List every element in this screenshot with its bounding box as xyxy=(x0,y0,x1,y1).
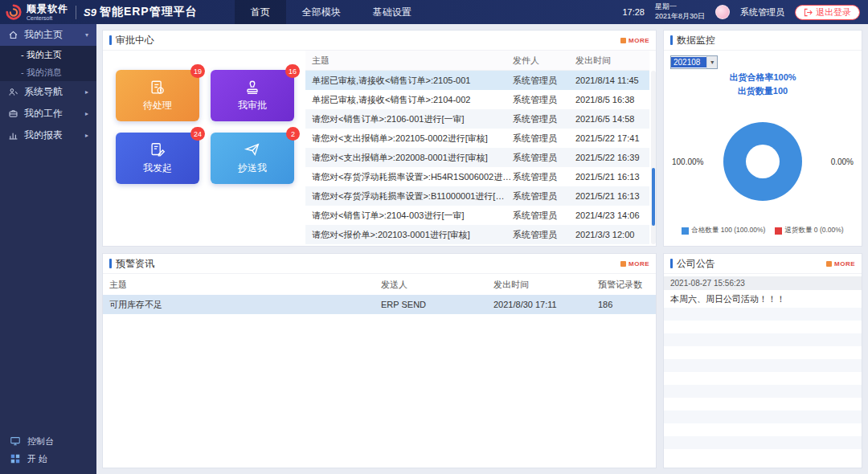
approvals-count-badge: 16 xyxy=(285,64,300,78)
clipboard-clock-icon xyxy=(149,79,166,96)
shipment-stats: 出货合格率100% 出货数量100 xyxy=(670,71,855,97)
sidebar-footer: 控制台 开 始 xyxy=(0,432,96,468)
tile-label: 我审批 xyxy=(238,99,267,112)
alerts-more-link[interactable]: MORE xyxy=(620,260,649,268)
sidebar-item-my-home[interactable]: 我的主页 xyxy=(0,46,96,63)
nav-all-modules[interactable]: 全部模块 xyxy=(286,0,357,24)
approval-body: 19 待处理 16 我审批 24 xyxy=(103,51,656,246)
donut-hole xyxy=(746,145,780,178)
home-icon xyxy=(8,30,18,40)
main-content: 审批中心 MORE 19 待处理 16 xyxy=(96,24,868,474)
alerts-table: 主题 发送人 发出时间 预警记录数 可用库存不足 ERP SEND 2021/8… xyxy=(103,274,656,468)
date-block: 星期一 2021年8月30日 xyxy=(655,2,705,21)
data-monitor-title: 数据监控 xyxy=(677,34,715,47)
approval-row[interactable]: 请您对<支出报销单>:202105-0002进行[审核] 系统管理员 2021/… xyxy=(305,129,649,148)
sidebar-subitem-label: 我的消息 xyxy=(27,67,62,79)
monitor-panel-header: 数据监控 xyxy=(664,31,862,51)
sidebar-item-my-messages[interactable]: 我的消息 xyxy=(0,63,96,81)
sidebar-item-my-work[interactable]: 我的工作 ▸ xyxy=(0,103,96,125)
period-select[interactable]: 202108 ▾ xyxy=(670,55,718,69)
title-accent-bar xyxy=(670,35,673,45)
legend-item-pass: 合格数量 100 (100.00%) xyxy=(682,226,765,235)
approval-center-title: 审批中心 xyxy=(116,34,154,47)
announcements-panel: 公司公告 MORE 2021-08-27 15:56:23 本周六、周日公司活动… xyxy=(663,253,862,468)
row-sender: 系统管理员 xyxy=(513,75,575,87)
tile-pending[interactable]: 19 待处理 xyxy=(116,70,199,121)
sidebar-item-my-reports[interactable]: 我的报表 ▸ xyxy=(0,125,96,146)
legend-swatch xyxy=(775,227,782,235)
bar-chart-icon xyxy=(8,130,18,141)
legend-item-return: 退货数量 0 (0.00%) xyxy=(775,226,843,235)
divider xyxy=(76,6,76,19)
tile-my-initiated[interactable]: 24 我发起 xyxy=(116,133,199,184)
announcements-more-link[interactable]: MORE xyxy=(826,260,855,268)
top-nav: 首页 全部模块 基础设置 xyxy=(235,0,428,24)
announcement-text[interactable]: 本周六、周日公司活动！！！ xyxy=(664,290,862,308)
weekday: 星期一 xyxy=(655,2,705,12)
sidebar-subitem-label: 我的主页 xyxy=(27,49,62,61)
row-subject: 可用库存不足 xyxy=(103,299,381,311)
row-sender: 系统管理员 xyxy=(513,210,575,222)
pass-rate-text: 出货合格率100% xyxy=(670,71,855,84)
logout-button[interactable]: 退出登录 xyxy=(795,5,860,20)
console-icon xyxy=(10,435,21,447)
approval-rows: 单据已审核,请接收<销售订单>:2105-001 系统管理员 2021/8/14… xyxy=(305,71,649,244)
sidebar-item-label: 我的工作 xyxy=(24,107,63,121)
table-scrollbar[interactable] xyxy=(651,71,656,244)
scrollbar-thumb[interactable] xyxy=(652,168,655,226)
announcement-timestamp[interactable]: 2021-08-27 15:56:23 xyxy=(664,276,862,290)
header-right: 17:28 星期一 2021年8月30日 系统管理员 退出登录 xyxy=(622,2,868,21)
logo-mark: S9 xyxy=(84,6,96,18)
data-monitor-panel: 数据监控 202108 ▾ 出货合格率100% 出货数量100 100.00% … xyxy=(663,30,862,247)
col-time: 发出时间 xyxy=(575,55,649,67)
more-icon xyxy=(620,38,626,43)
app-logo: 顺景软件 Centersoft S9 xyxy=(0,3,96,21)
console-button[interactable]: 控制台 xyxy=(0,432,96,450)
sidebar-item-system-nav[interactable]: 系统导航 ▸ xyxy=(0,81,96,103)
announcements-panel-header: 公司公告 MORE xyxy=(664,254,862,274)
row-sender: 系统管理员 xyxy=(513,152,575,164)
approval-row[interactable]: 请您对<存货浮动耗损率设置>:B11000001进行[审核] 系统管理员 202… xyxy=(305,186,649,206)
nav-basic-settings[interactable]: 基础设置 xyxy=(357,0,428,24)
approval-row[interactable]: 请您对<存货浮动耗损率设置>:H54R1S006002进行[审核] 系统管理员 … xyxy=(305,167,649,186)
legend-label: 退货数量 0 (0.00%) xyxy=(784,226,843,235)
row-sender: ERP SEND xyxy=(381,300,493,309)
user-avatar[interactable] xyxy=(715,5,730,19)
tile-my-approvals[interactable]: 16 我审批 xyxy=(211,70,294,121)
start-button[interactable]: 开 始 xyxy=(0,450,96,468)
approval-row[interactable]: 请您对<销售订单>:2104-003进行[一审] 系统管理员 2021/4/23… xyxy=(305,206,649,225)
approval-row[interactable]: 请您对<报价单>:202103-0001进行[审核] 系统管理员 2021/3/… xyxy=(305,225,649,244)
approval-center-panel: 审批中心 MORE 19 待处理 16 xyxy=(102,30,657,247)
sidebar-item-my-home-group[interactable]: 我的主页 ▾ xyxy=(0,24,96,46)
approval-row[interactable]: 单据已审核,请接收<销售订单>:2105-001 系统管理员 2021/8/14… xyxy=(305,71,649,90)
row-subject: 请您对<存货浮动耗损率设置>:H54R1S006002进行[审核] xyxy=(305,171,513,183)
chevron-right-icon: ▸ xyxy=(85,88,88,96)
start-label: 开 始 xyxy=(27,453,47,465)
shipment-count-text: 出货数量100 xyxy=(670,84,855,98)
row-time: 2021/3/3 12:00 xyxy=(575,230,649,239)
approval-more-link[interactable]: MORE xyxy=(620,37,649,44)
col-time: 发出时间 xyxy=(493,279,598,291)
tile-cc-me[interactable]: 2 抄送我 xyxy=(211,133,294,184)
row-subject: 请您对<存货浮动耗损率设置>:B11000001进行[审核] xyxy=(305,190,513,202)
logout-label: 退出登录 xyxy=(816,6,851,18)
col-sender: 发件人 xyxy=(513,55,575,67)
donut-chart-area: 100.00% 0.00% xyxy=(670,102,855,221)
approval-row[interactable]: 单据已审核,请接收<销售订单>:2104-002 系统管理员 2021/8/5 … xyxy=(305,90,649,109)
row-time: 2021/8/5 16:38 xyxy=(575,95,649,104)
row-time: 2021/5/22 17:41 xyxy=(575,133,649,143)
nav-home[interactable]: 首页 xyxy=(235,0,286,24)
row-subject: 请您对<支出报销单>:202008-0001进行[审核] xyxy=(305,152,513,164)
username: 系统管理员 xyxy=(740,6,784,18)
row-count: 186 xyxy=(598,300,656,309)
chevron-down-icon: ▾ xyxy=(85,31,88,39)
row-sender: 系统管理员 xyxy=(513,171,575,183)
approval-row[interactable]: 请您对<销售订单>:2106-001进行[一审] 系统管理员 2021/6/5 … xyxy=(305,109,649,129)
stamp-icon xyxy=(244,79,261,96)
paper-plane-icon xyxy=(244,141,261,159)
alert-row[interactable]: 可用库存不足 ERP SEND 2021/8/30 17:11 186 xyxy=(103,295,656,314)
logo-subname: Centersoft xyxy=(27,15,68,21)
approval-row[interactable]: 请您对<支出报销单>:202008-0001进行[审核] 系统管理员 2021/… xyxy=(305,148,649,167)
alerts-table-header: 主题 发送人 发出时间 预警记录数 xyxy=(103,274,656,295)
legend-swatch xyxy=(682,227,689,235)
